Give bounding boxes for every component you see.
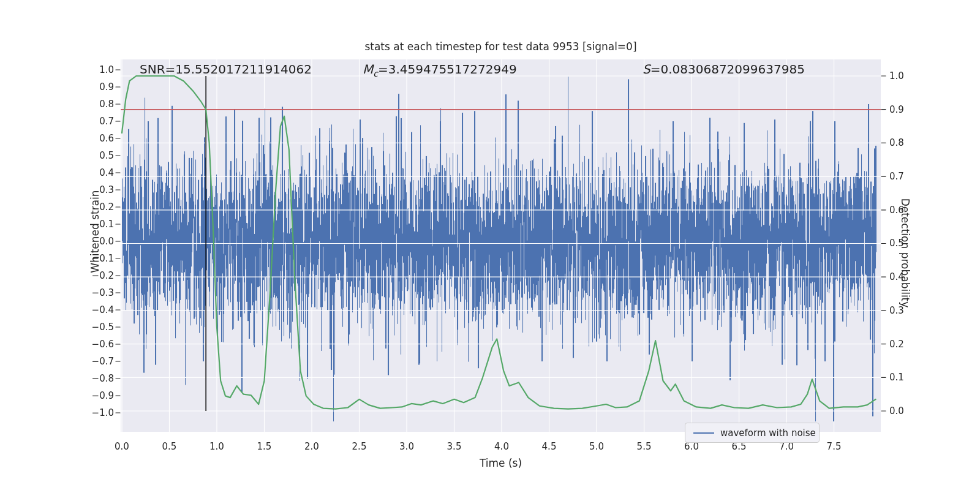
y-tick-label-left: −0.1 (72, 252, 114, 265)
x-tick-label: 7.5 (816, 440, 853, 453)
chart-title: stats at each timestep for test data 995… (121, 40, 881, 53)
y-tick-label-left: −0.5 (72, 321, 114, 333)
y-tick-label-left: −0.9 (72, 390, 114, 402)
y-tick-label-left: −0.7 (72, 355, 114, 368)
y-tick-label-left: 0.4 (72, 167, 114, 179)
annotation-chirp-mass: Mc=3.459475517272949 (363, 62, 517, 78)
annotation-stat-symbol: S (643, 62, 650, 77)
y-tick-label-right: 0.9 (889, 104, 926, 116)
annotation-chirp-mass-value: =3.459475517272949 (378, 62, 517, 77)
y-tick-label-right: 0.3 (889, 304, 926, 317)
annotation-chirp-mass-subscript: c (373, 69, 378, 78)
x-tick-label: 3.5 (436, 440, 473, 453)
y-tick-label-right: 0.1 (889, 371, 926, 383)
x-tick-label: 4.0 (483, 440, 520, 453)
y-tick-label-left: 0.3 (72, 184, 114, 196)
annotation-snr: SNR=15.552017211914062 (140, 62, 312, 77)
x-tick-label: 5.5 (626, 440, 663, 453)
y-tick-label-left: 0.8 (72, 98, 114, 110)
y-tick-label-left: −1.0 (72, 407, 114, 419)
y-tick-label-left: −0.3 (72, 287, 114, 299)
y-tick-label-left: 0.0 (72, 235, 114, 247)
x-tick-label: 2.5 (341, 440, 378, 453)
y-tick-label-right: 0.0 (889, 405, 926, 417)
y-tick-label-left: −0.8 (72, 372, 114, 385)
x-tick-label: 5.0 (578, 440, 615, 453)
legend: waveform with noise (685, 423, 820, 443)
annotation-chirp-mass-symbol: M (363, 62, 373, 77)
annotation-stat: S=0.08306872099637985 (643, 62, 805, 77)
legend-label: waveform with noise (720, 428, 816, 439)
x-tick-label: 1.0 (198, 440, 235, 453)
y-tick-label-left: 1.0 (72, 64, 114, 76)
x-tick-label: 4.5 (531, 440, 568, 453)
chart-root: stats at each timestep for test data 995… (0, 0, 980, 490)
y-tick-label-left: −0.2 (72, 270, 114, 282)
x-tick-label: 2.0 (293, 440, 330, 453)
y-tick-label-right: 1.0 (889, 70, 926, 82)
y-tick-label-right: 0.2 (889, 338, 926, 350)
y-tick-label-left: 0.7 (72, 115, 114, 127)
legend-line-icon (693, 432, 714, 434)
x-tick-label: 0.0 (104, 440, 140, 453)
annotation-stat-value: =0.08306872099637985 (650, 62, 805, 77)
y-tick-label-right: 0.5 (889, 237, 926, 249)
y-tick-label-left: −0.4 (72, 304, 114, 316)
y-tick-label-right: 0.7 (889, 170, 926, 183)
y-tick-label-left: 0.1 (72, 218, 114, 230)
y-tick-label-left: 0.9 (72, 81, 114, 93)
y-tick-label-right: 0.8 (889, 137, 926, 149)
x-axis-label: Time (s) (121, 457, 881, 469)
x-tick-label: 3.0 (388, 440, 425, 453)
y-tick-label-left: 0.5 (72, 149, 114, 162)
x-tick-label: 1.5 (246, 440, 283, 453)
y-tick-label-right: 0.4 (889, 271, 926, 283)
y-tick-label-left: 0.2 (72, 201, 114, 213)
y-tick-label-left: 0.6 (72, 132, 114, 145)
x-tick-label: 0.5 (151, 440, 188, 453)
y-tick-label-left: −0.6 (72, 338, 114, 350)
y-tick-label-right: 0.6 (889, 204, 926, 216)
